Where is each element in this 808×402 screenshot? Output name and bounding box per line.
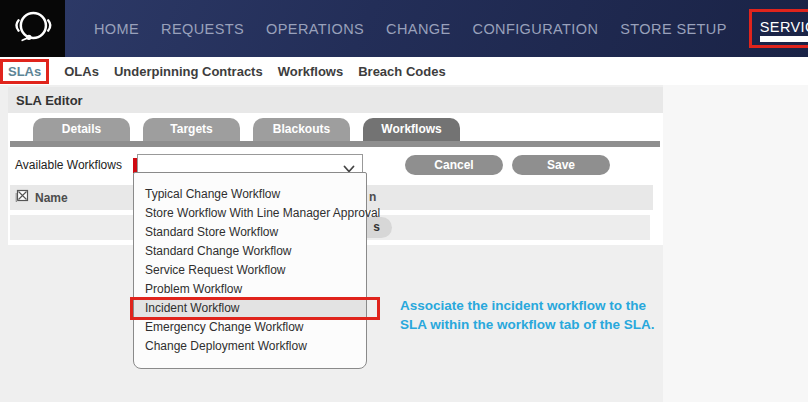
sub-nav-item[interactable]: Workflows <box>278 64 344 79</box>
editor-tab[interactable]: Targets <box>143 118 240 141</box>
app-logo[interactable] <box>0 0 65 57</box>
annotation-line-2: SLA within the workflow tab of the SLA. <box>400 316 680 335</box>
content-right-background <box>663 85 808 402</box>
sub-nav-item[interactable]: Underpinning Contracts <box>114 64 263 79</box>
dropdown-option[interactable]: Standard Store Workflow <box>134 223 366 242</box>
top-navigation-bar: HOMEREQUESTSOPERATIONSCHANGECONFIGURATIO… <box>0 0 808 57</box>
description-column-header-fragment[interactable]: n <box>369 190 376 204</box>
top-nav-item[interactable]: STORE SETUP <box>620 21 726 37</box>
dropdown-option[interactable]: Problem Workflow <box>134 280 366 299</box>
top-nav-item[interactable]: CHANGE <box>386 21 450 37</box>
dropdown-option[interactable]: Change Deployment Workflow <box>134 337 366 356</box>
save-button[interactable]: Save <box>512 155 610 175</box>
top-nav-item[interactable]: REQUESTS <box>161 21 244 37</box>
app-window: HOMEREQUESTSOPERATIONSCHANGECONFIGURATIO… <box>0 0 808 402</box>
editor-tab[interactable]: Details <box>33 118 130 141</box>
top-nav-item[interactable]: SERVICE <box>749 9 808 48</box>
sub-nav-item[interactable]: Breach Codes <box>358 64 445 79</box>
top-nav-item[interactable]: CONFIGURATION <box>473 21 599 37</box>
dropdown-option[interactable]: Service Request Workflow <box>134 261 366 280</box>
main-content: SLA Editor DetailsTargetsBlackoutsWorkfl… <box>0 85 808 402</box>
box-x-icon[interactable] <box>15 189 29 207</box>
sub-nav-item[interactable]: OLAs <box>64 64 99 79</box>
annotation-line-1: Associate the incident workflow to the <box>400 297 680 316</box>
top-nav-item[interactable]: HOME <box>94 21 139 37</box>
headset-logo-icon <box>9 4 57 54</box>
available-workflows-dropdown-list: Typical Change WorkflowStore Workflow Wi… <box>133 172 367 369</box>
tutorial-annotation: Associate the incident workflow to the S… <box>400 297 680 334</box>
sla-editor-tabs: DetailsTargetsBlackoutsWorkflows <box>8 113 663 141</box>
service-sub-navigation: SLAsOLAsUnderpinning ContractsWorkflowsB… <box>0 57 808 85</box>
dropdown-option[interactable]: Typical Change Workflow <box>134 185 366 204</box>
available-workflows-label: Available Workflows <box>15 158 133 172</box>
dropdown-option[interactable]: Emergency Change Workflow <box>134 318 366 337</box>
page-title: SLA Editor <box>8 87 663 113</box>
editor-tab[interactable]: Workflows <box>363 118 460 141</box>
top-nav-items: HOMEREQUESTSOPERATIONSCHANGECONFIGURATIO… <box>65 9 808 48</box>
editor-tab[interactable]: Blackouts <box>253 118 350 141</box>
dropdown-option[interactable]: Store Workflow With Line Manager Approva… <box>134 204 366 223</box>
dropdown-option[interactable]: Incident Workflow <box>134 299 366 318</box>
cancel-button[interactable]: Cancel <box>405 155 503 175</box>
sub-nav-item[interactable]: SLAs <box>0 59 49 84</box>
top-nav-item[interactable]: OPERATIONS <box>266 21 364 37</box>
name-column-header[interactable]: Name <box>35 191 68 205</box>
dropdown-option[interactable]: Standard Change Workflow <box>134 242 366 261</box>
